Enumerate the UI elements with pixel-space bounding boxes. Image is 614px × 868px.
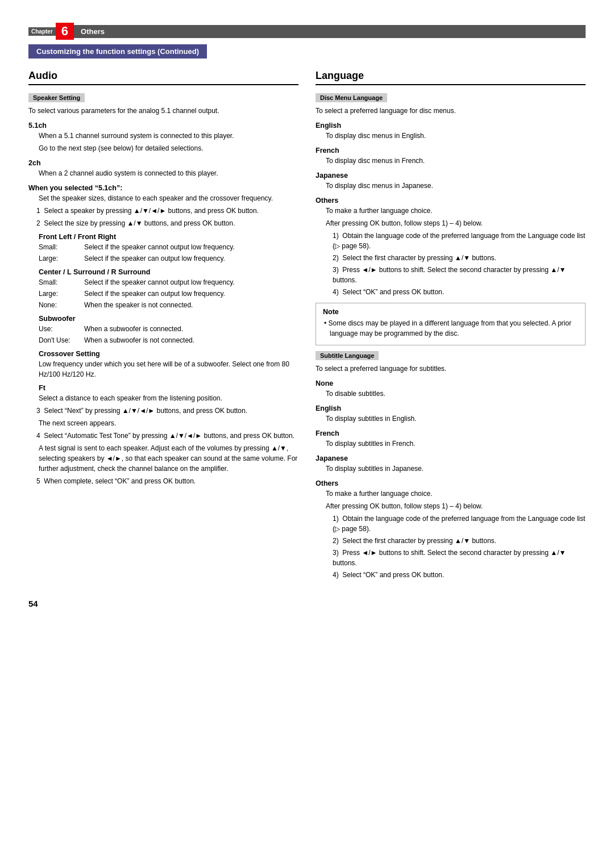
2ch-heading: 2ch	[28, 159, 298, 167]
subtitle-french-text: To display subtitles in French.	[326, 439, 586, 449]
note-bullet: • Some discs may be played in a differen…	[323, 318, 578, 339]
main-content: Audio Speaker Setting To select various …	[28, 70, 586, 582]
subtitle-bar: Customizing the function settings (Conti…	[28, 44, 586, 70]
audio-section: Audio Speaker Setting To select various …	[28, 70, 298, 582]
subtitle-others-step3: 3) Press ◄/► buttons to shift. Select th…	[333, 548, 586, 568]
crossover-heading: Crossover Setting	[39, 350, 298, 358]
crossover-text: Low frequency under which you set here w…	[39, 359, 298, 379]
subtitle-label: Subtitle Language	[316, 351, 379, 360]
disc-menu-japanese-heading: Japanese	[316, 172, 586, 180]
subtitle-none-heading: None	[316, 379, 586, 387]
page-number: 54	[28, 599, 586, 608]
front-lr-heading: Front Left / Front Right	[39, 233, 298, 241]
disc-menu-others-heading: Others	[316, 197, 586, 205]
chapter-header: Chapter 6 Others	[28, 23, 586, 40]
chapter-number: 6	[56, 23, 74, 40]
disc-menu-french-heading: French	[316, 147, 586, 155]
subtitle-section: Subtitle Language To select a preferred …	[316, 351, 586, 580]
center-surround-heading: Center / L Surround / R Surround	[39, 268, 298, 276]
disc-menu-french-text: To display disc menus in French.	[326, 156, 586, 166]
disc-menu-others-step3: 3) Press ◄/► buttons to shift. Select th…	[333, 265, 586, 285]
subtitle-french-heading: French	[316, 429, 586, 437]
step4: 4 Select “Automatic Test Tone” by pressi…	[36, 431, 298, 441]
disc-menu-others-text: To make a further language choice.	[326, 206, 586, 216]
center-surround-none: None: When the speaker is not connected.	[39, 300, 298, 310]
disc-menu-others-step2: 2) Select the first character by pressin…	[333, 253, 586, 263]
crossover-section: Crossover Setting Low frequency under wh…	[39, 350, 298, 379]
next-screen: The next screen appears.	[39, 418, 298, 428]
5-1ch-text1: When a 5.1 channel surround system is co…	[39, 131, 298, 141]
chapter-label: Chapter	[28, 27, 56, 36]
disc-menu-english-heading: English	[316, 122, 586, 130]
disc-menu-intro: To select a preferred language for disc …	[316, 106, 586, 116]
center-surround-small: Small: Select if the speaker cannot outp…	[39, 277, 298, 287]
front-lr-large: Large: Select if the speaker can output …	[39, 253, 298, 264]
subtitle-intro: To select a preferred language for subti…	[316, 364, 586, 374]
subtitle-others-step2: 2) Select the first character by pressin…	[333, 536, 586, 546]
subwoofer-section: Subwoofer Use: When a subwoofer is conne…	[39, 315, 298, 345]
subtitle-english-text: To display subtitles in English.	[326, 414, 586, 424]
center-surround-large: Large: Select if the speaker can output …	[39, 289, 298, 299]
speaker-setting-intro: To select various parameters for the ana…	[28, 106, 298, 116]
step2: 2 Select the size by pressing ▲/▼ button…	[36, 218, 298, 228]
disc-menu-label: Disc Menu Language	[316, 93, 387, 102]
disc-menu-others-step1: 1) Obtain the language code of the prefe…	[333, 231, 586, 251]
chapter-name: Others	[74, 25, 586, 38]
front-lr-section: Front Left / Front Right Small: Select i…	[39, 233, 298, 264]
subtitle-others-after: After pressing OK button, follow steps 1…	[326, 501, 586, 511]
language-title: Language	[316, 70, 586, 85]
disc-menu-others-after: After pressing OK button, follow steps 1…	[326, 218, 586, 228]
subtitle-others-heading: Others	[316, 479, 586, 487]
audio-title: Audio	[28, 70, 298, 85]
subtitle-japanese-heading: Japanese	[316, 454, 586, 462]
disc-menu-english-text: To display disc menus in English.	[326, 131, 586, 141]
2ch-text: When a 2 channel audio system is connect…	[39, 168, 298, 178]
5-1ch-heading: 5.1ch	[28, 122, 298, 130]
subtitle-bar-text: Customizing the function settings (Conti…	[28, 44, 207, 59]
ft-text: Select a distance to each speaker from t…	[39, 393, 298, 403]
disc-menu-others-step4: 4) Select “OK” and press OK button.	[333, 287, 586, 297]
center-surround-section: Center / L Surround / R Surround Small: …	[39, 268, 298, 310]
ft-section: Ft Select a distance to each speaker fro…	[39, 384, 298, 403]
speaker-setting-label: Speaker Setting	[28, 93, 85, 102]
step5: 5 When complete, select “OK” and press O…	[36, 476, 298, 486]
subtitle-english-heading: English	[316, 404, 586, 412]
disc-menu-section: Disc Menu Language To select a preferred…	[316, 93, 586, 345]
step3: 3 Select “Next” by pressing ▲/▼/◄/► butt…	[36, 406, 298, 416]
step4-detail: A test signal is sent to each speaker. A…	[39, 443, 298, 474]
subwoofer-use: Use: When a subwoofer is connected.	[39, 324, 298, 334]
disc-menu-japanese-text: To display disc menus in Japanese.	[326, 181, 586, 191]
step1: 1 Select a speaker by pressing ▲/▼/◄/► b…	[36, 206, 298, 216]
front-lr-small: Small: Select if the speaker cannot outp…	[39, 242, 298, 252]
subwoofer-dontuse: Don't Use: When a subwoofer is not conne…	[39, 335, 298, 345]
ft-heading: Ft	[39, 384, 298, 392]
when-selected-text: Set the speaker sizes, distance to each …	[39, 193, 298, 203]
note-title: Note	[323, 308, 578, 316]
5-1ch-text2: Go to the next step (see below) for deta…	[39, 143, 298, 153]
subtitle-others-step4: 4) Select “OK” and press OK button.	[333, 570, 586, 580]
speaker-setting: Speaker Setting To select various parame…	[28, 93, 298, 486]
language-section: Language Disc Menu Language To select a …	[316, 70, 586, 582]
subtitle-japanese-text: To display subtitles in Japanese.	[326, 464, 586, 474]
when-selected-heading: When you selected “5.1ch”:	[28, 184, 298, 192]
subtitle-none-text: To disable subtitles.	[326, 389, 586, 399]
disc-menu-note: Note • Some discs may be played in a dif…	[316, 303, 586, 345]
subtitle-others-text: To make a further language choice.	[326, 489, 586, 499]
subtitle-others-step1: 1) Obtain the language code of the prefe…	[333, 514, 586, 534]
subwoofer-heading: Subwoofer	[39, 315, 298, 323]
